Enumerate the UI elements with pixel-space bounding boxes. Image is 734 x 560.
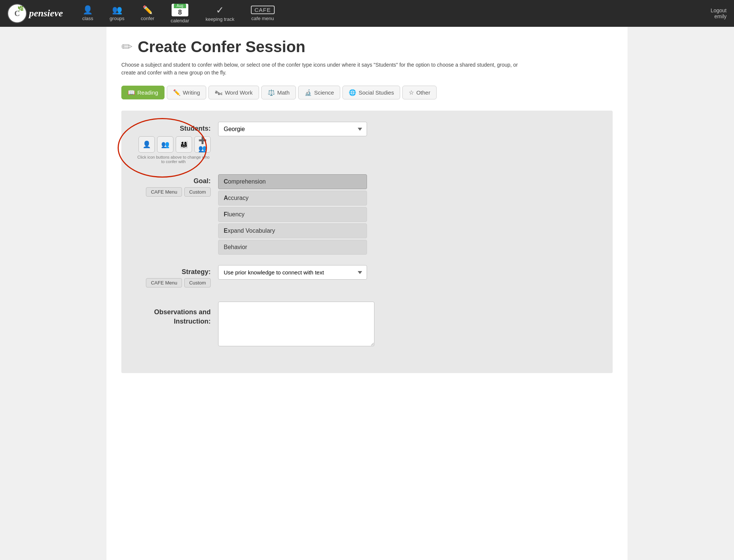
observations-textarea[interactable] xyxy=(218,302,374,346)
page-title-row: ✏ Create Confer Session xyxy=(121,38,613,56)
math-tab-label: Math xyxy=(277,89,290,96)
page-title: Create Confer Session xyxy=(138,38,305,56)
nav-confer-label: confer xyxy=(141,16,154,21)
goal-row: Goal: CAFE Menu Custom Comprehension Acc… xyxy=(136,174,598,255)
tab-math[interactable]: ⚖️ Math xyxy=(261,86,296,99)
students-hint: Click icon buttons above to change who t… xyxy=(136,155,211,164)
comprehension-letter: C xyxy=(224,178,228,185)
tab-writing[interactable]: ✏️ Writing xyxy=(167,86,206,99)
pair-students-icon: 👥 xyxy=(161,140,169,149)
students-label: Students: xyxy=(180,122,211,133)
logo[interactable]: C 🌿 pensieve xyxy=(7,4,63,23)
strategy-cafe-menu-button[interactable]: CAFE Menu xyxy=(146,278,182,287)
writing-tab-label: Writing xyxy=(183,89,200,96)
groups-icon: 👥 xyxy=(112,6,122,14)
strategy-select-area: Use prior knowledge to connect with text… xyxy=(218,265,598,280)
keeping-track-icon: ✓ xyxy=(216,5,224,15)
social-studies-tab-icon: 🌐 xyxy=(349,89,356,96)
behavior-text: Behavior xyxy=(224,244,247,250)
students-icons: 👤 👥 👨‍👩‍👧 ➕👥 xyxy=(138,136,211,153)
goal-list-area: Comprehension Accuracy Fluency Expand Vo… xyxy=(218,174,598,255)
goal-list: Comprehension Accuracy Fluency Expand Vo… xyxy=(218,174,598,255)
social-studies-tab-label: Social Studies xyxy=(358,89,394,96)
tab-other[interactable]: ☆ Other xyxy=(402,86,437,99)
other-tab-icon: ☆ xyxy=(409,89,414,96)
goal-item-accuracy[interactable]: Accuracy xyxy=(218,191,367,206)
accuracy-letter: A xyxy=(224,195,228,201)
strategy-label-area: Strategy: CAFE Menu Custom xyxy=(136,265,211,291)
main-content: ✏ Create Confer Session Choose a subject… xyxy=(106,27,628,560)
expand-text: xpand Vocabulary xyxy=(228,228,275,234)
expand-letter: E xyxy=(224,228,228,234)
student-single-icon-button[interactable]: 👤 xyxy=(138,136,155,153)
confer-icon: ✏️ xyxy=(143,6,153,14)
fluency-letter: F xyxy=(224,211,227,217)
user-name: emily xyxy=(714,13,727,19)
observations-row: Observations andInstruction: xyxy=(136,302,598,348)
group-students-icon: 👨‍👩‍👧 xyxy=(180,140,188,149)
class-icon: 👤 xyxy=(83,6,93,14)
observations-label-area: Observations andInstruction: xyxy=(136,302,211,326)
goal-item-fluency[interactable]: Fluency xyxy=(218,207,367,222)
student-group-icon-button[interactable]: 👨‍👩‍👧 xyxy=(176,136,192,153)
writing-tab-icon: ✏️ xyxy=(173,89,181,96)
goal-cafe-menu-button[interactable]: CAFE Menu xyxy=(146,187,182,197)
word-work-tab-label: Word Work xyxy=(225,89,252,96)
observations-label: Observations andInstruction: xyxy=(136,305,211,326)
nav-groups[interactable]: 👥 groups xyxy=(102,3,133,24)
nav-keeping-track-label: keeping track xyxy=(205,16,234,22)
nav-right: Logout emily xyxy=(711,7,727,19)
comprehension-text: omprehension xyxy=(228,178,266,185)
goal-item-comprehension[interactable]: Comprehension xyxy=(218,174,367,189)
strategy-select[interactable]: Use prior knowledge to connect with text… xyxy=(218,265,367,280)
nav-cafe-label: cafe menu xyxy=(251,16,274,21)
math-tab-icon: ⚖️ xyxy=(268,89,275,96)
students-row: Students: 👤 👥 👨‍👩‍👧 ➕👥 Click ico xyxy=(136,122,598,164)
student-new-group-icon-button[interactable]: ➕👥 xyxy=(194,136,211,153)
nav-cafe-menu[interactable]: CAFE cafe menu xyxy=(243,3,283,24)
nav-confer[interactable]: ✏️ confer xyxy=(133,3,162,24)
other-tab-label: Other xyxy=(416,89,430,96)
reading-tab-label: Reading xyxy=(137,89,158,96)
goal-label: Goal: xyxy=(136,174,211,185)
strategy-row: Strategy: CAFE Menu Custom Use prior kno… xyxy=(136,265,598,291)
accuracy-text: ccuracy xyxy=(228,195,249,201)
word-work-tab-icon: abc xyxy=(215,89,223,96)
science-tab-label: Science xyxy=(314,89,334,96)
nav-class[interactable]: 👤 class xyxy=(74,3,102,24)
single-student-icon: 👤 xyxy=(143,140,151,149)
student-pair-icon-button[interactable]: 👥 xyxy=(157,136,173,153)
student-select-area: Georgie Alex Bailey Cameron xyxy=(218,122,598,136)
nav-calendar[interactable]: Aug 8 calendar xyxy=(162,1,197,26)
tab-reading[interactable]: 📖 Reading xyxy=(121,86,165,99)
reading-tab-icon: 📖 xyxy=(128,89,135,96)
strategy-buttons: CAFE Menu Custom xyxy=(136,278,211,287)
nav-keeping-track[interactable]: ✓ keeping track xyxy=(197,2,242,25)
fluency-text: luency xyxy=(227,211,245,217)
calendar-day: 8 xyxy=(176,8,184,16)
nav-items: 👤 class 👥 groups ✏️ confer Aug 8 calenda… xyxy=(74,1,711,26)
calendar-icon: Aug 8 xyxy=(172,4,189,16)
strategy-custom-button[interactable]: Custom xyxy=(184,278,211,287)
logo-text: pensieve xyxy=(29,8,63,19)
nav-class-label: class xyxy=(82,16,93,21)
calendar-month: Aug xyxy=(174,4,186,8)
student-select[interactable]: Georgie Alex Bailey Cameron xyxy=(218,122,367,136)
page-edit-icon: ✏ xyxy=(121,39,133,55)
logo-leaf-icon: 🌿 xyxy=(17,5,24,12)
goal-custom-button[interactable]: Custom xyxy=(184,187,211,197)
tab-social-studies[interactable]: 🌐 Social Studies xyxy=(342,86,400,99)
goal-item-behavior[interactable]: Behavior xyxy=(218,240,367,255)
strategy-label: Strategy: xyxy=(136,265,211,276)
nav-groups-label: groups xyxy=(110,16,125,21)
form-area: Students: 👤 👥 👨‍👩‍👧 ➕👥 Click ico xyxy=(121,111,613,373)
logo-circle: C 🌿 xyxy=(7,4,27,23)
logout-button[interactable]: Logout xyxy=(711,7,727,13)
goal-item-expand-vocabulary[interactable]: Expand Vocabulary xyxy=(218,223,367,238)
tab-science[interactable]: 🔬 Science xyxy=(298,86,340,99)
cafe-menu-icon: CAFE xyxy=(251,6,275,14)
observations-area xyxy=(218,302,598,348)
goal-label-area: Goal: CAFE Menu Custom xyxy=(136,174,211,200)
tab-word-work[interactable]: abc Word Work xyxy=(208,86,259,99)
science-tab-icon: 🔬 xyxy=(304,89,312,96)
